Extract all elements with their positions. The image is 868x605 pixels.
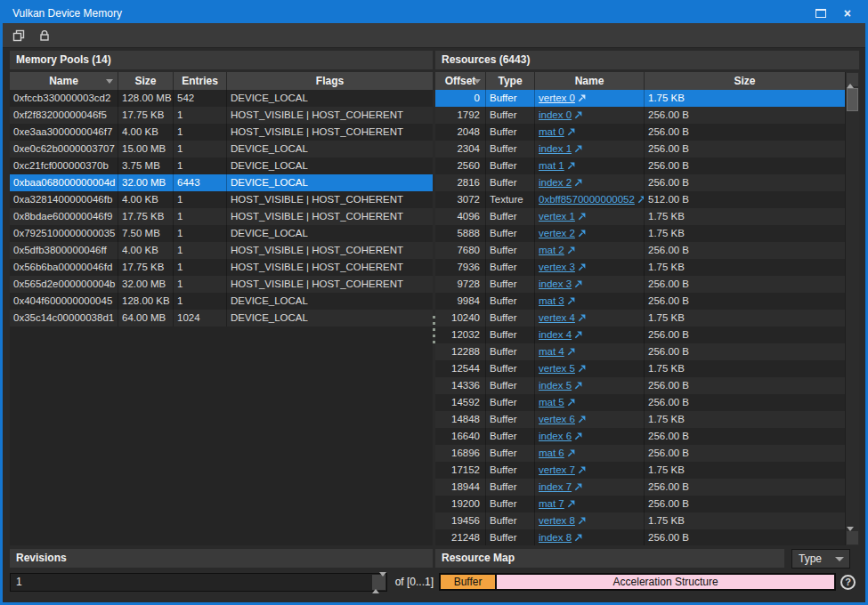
table-row[interactable]: 1792Bufferindex 0256.00 B [435, 107, 845, 124]
help-icon[interactable]: ? [840, 575, 856, 590]
scroll-down-icon[interactable] [847, 531, 858, 544]
resource-link[interactable]: index 7 [539, 481, 572, 492]
table-row[interactable]: 0x79251000000000357.50 MB1DEVICE_LOCAL [10, 225, 433, 242]
maximize-icon[interactable] [815, 9, 826, 18]
resource-link[interactable]: index 6 [539, 431, 572, 441]
title-bar[interactable]: Vulkan Device Memory × [3, 3, 865, 23]
scrollbar-thumb[interactable] [847, 88, 858, 111]
table-row[interactable]: 0x5dfb3800000046ff4.00 KB1HOST_VISIBLE |… [10, 242, 433, 259]
resource-link[interactable]: mat 7 [539, 498, 564, 509]
table-row[interactable]: 2048Buffermat 0256.00 B [435, 124, 845, 141]
window-title: Vulkan Device Memory [12, 7, 122, 20]
table-row[interactable]: 19200Buffermat 7256.00 B [435, 496, 845, 512]
table-row[interactable]: 14336Bufferindex 5256.00 B [435, 377, 845, 394]
resource-link[interactable]: vertex 3 [539, 262, 575, 272]
resource-link[interactable]: index 5 [539, 380, 572, 391]
resource-link[interactable]: mat 4 [539, 346, 564, 357]
spin-down-icon[interactable] [379, 572, 386, 589]
table-row[interactable]: 14848Buffervertex 61.75 KB [435, 411, 845, 428]
resources-grid: OffsetTypeNameSize 0Buffervertex 01.75 K… [435, 72, 845, 545]
table-row[interactable]: 0xfccb330000003cd2128.00 MB542DEVICE_LOC… [10, 90, 433, 107]
table-row[interactable]: 3072Texture0xbff8570000000052512.00 B [435, 191, 845, 208]
table-row[interactable]: 0xa3281400000046fb4.00 KB1HOST_VISIBLE |… [10, 191, 433, 208]
resource-link[interactable]: mat 6 [539, 448, 564, 458]
table-row[interactable]: 12032Bufferindex 4256.00 B [435, 327, 845, 343]
table-row[interactable]: 0xc21fcf000000370b3.75 MB1DEVICE_LOCAL [10, 157, 433, 174]
close-icon[interactable]: × [844, 9, 851, 18]
resource-link[interactable]: vertex 0 [539, 93, 575, 103]
table-row[interactable]: 16640Bufferindex 6256.00 B [435, 428, 845, 445]
revision-spinner[interactable]: 1 [10, 573, 387, 592]
resource-link[interactable]: 0xbff8570000000052 [539, 194, 635, 205]
table-row[interactable]: 4096Buffervertex 11.75 KB [435, 208, 845, 225]
table-row[interactable]: 19456Buffervertex 81.75 KB [435, 512, 845, 529]
table-row[interactable]: 18944Bufferindex 7256.00 B [435, 479, 845, 496]
resource-link[interactable]: mat 1 [539, 160, 564, 171]
table-row[interactable]: 14592Buffermat 5256.00 B [435, 394, 845, 411]
table-row[interactable]: 7936Buffervertex 31.75 KB [435, 259, 845, 276]
resource-map-bar[interactable]: BufferAcceleration Structure [439, 573, 836, 591]
column-header-offset[interactable]: Offset [435, 72, 486, 90]
new-window-icon[interactable] [12, 28, 26, 43]
resource-link[interactable]: index 0 [539, 109, 572, 120]
resource-link[interactable]: index 1 [539, 143, 572, 154]
table-row[interactable]: 9984Buffermat 3256.00 B [435, 293, 845, 310]
table-row[interactable]: 21248Bufferindex 8256.00 B [435, 529, 845, 545]
column-header-entries[interactable]: Entries [174, 72, 227, 90]
column-header-size[interactable]: Size [118, 72, 174, 90]
map-mode-dropdown[interactable]: Type [791, 549, 850, 569]
column-header-flags[interactable]: Flags [227, 72, 433, 90]
table-row[interactable]: 17152Buffervertex 71.75 KB [435, 462, 845, 479]
map-segment[interactable]: Buffer [441, 575, 497, 589]
table-row[interactable]: 9728Bufferindex 3256.00 B [435, 276, 845, 293]
cell-flags: HOST_VISIBLE | HOST_COHERENT [227, 259, 433, 276]
resource-link[interactable]: mat 5 [539, 397, 564, 407]
table-row[interactable]: 5888Buffervertex 21.75 KB [435, 225, 845, 242]
table-row[interactable]: 0xe3aa3000000046f74.00 KB1HOST_VISIBLE |… [10, 124, 433, 141]
table-row[interactable]: 0xe0c62b000000370715.00 MB1DEVICE_LOCAL [10, 141, 433, 157]
cell-type: Buffer [486, 360, 535, 377]
column-header-name[interactable]: Name [10, 72, 118, 90]
resource-link[interactable]: mat 2 [539, 245, 564, 255]
resource-link[interactable]: mat 3 [539, 295, 564, 306]
resource-link[interactable]: vertex 8 [539, 515, 575, 526]
table-row[interactable]: 0x35c14c00000038d164.00 MB1024DEVICE_LOC… [10, 310, 433, 327]
resource-link[interactable]: mat 0 [539, 126, 564, 137]
resources-scrollbar[interactable] [845, 72, 859, 545]
resource-link[interactable]: vertex 1 [539, 211, 575, 222]
table-row[interactable]: 12544Buffervertex 51.75 KB [435, 360, 845, 377]
resource-link[interactable]: vertex 4 [539, 312, 575, 323]
table-row[interactable]: 10240Buffervertex 41.75 KB [435, 310, 845, 327]
table-row[interactable]: 12288Buffermat 4256.00 B [435, 343, 845, 360]
table-row[interactable]: 0x56b6ba00000046fd17.75 KB1HOST_VISIBLE … [10, 259, 433, 276]
table-row[interactable]: 0x8bdae600000046f917.75 KB1HOST_VISIBLE … [10, 208, 433, 225]
table-row[interactable]: 0Buffervertex 01.75 KB [435, 90, 845, 107]
resource-link[interactable]: index 8 [539, 532, 572, 543]
column-header-name[interactable]: Name [535, 72, 645, 90]
table-row[interactable]: 2560Buffermat 1256.00 B [435, 157, 845, 174]
resource-link[interactable]: vertex 5 [539, 363, 575, 374]
table-row[interactable]: 7680Buffermat 2256.00 B [435, 242, 845, 259]
resource-link[interactable]: index 4 [539, 329, 572, 340]
scroll-up-icon[interactable] [847, 73, 858, 86]
resource-link[interactable]: vertex 7 [539, 464, 575, 475]
table-row[interactable]: 0xbaa068000000004d32.00 MB6443DEVICE_LOC… [10, 174, 433, 191]
resource-link[interactable]: vertex 2 [539, 228, 575, 238]
lock-icon[interactable] [37, 28, 52, 43]
table-row[interactable]: 0xf2f83200000046f517.75 KB1HOST_VISIBLE … [10, 107, 433, 124]
resource-link[interactable]: vertex 6 [539, 414, 575, 424]
spinner-buttons[interactable] [372, 575, 385, 590]
cell-entries: 1024 [174, 310, 227, 327]
column-header-size[interactable]: Size [645, 72, 845, 90]
spin-up-icon[interactable] [372, 577, 379, 593]
table-row[interactable]: 2816Bufferindex 2256.00 B [435, 174, 845, 191]
table-row[interactable]: 0x404f600000000045128.00 KB1DEVICE_LOCAL [10, 293, 433, 310]
resource-link[interactable]: index 2 [539, 177, 572, 188]
resource-link[interactable]: index 3 [539, 278, 572, 289]
table-row[interactable]: 0x565d2e000000004b32.00 MB1HOST_VISIBLE … [10, 276, 433, 293]
table-row[interactable]: 16896Buffermat 6256.00 B [435, 445, 845, 462]
cell-name: index 0 [535, 107, 645, 124]
map-segment[interactable]: Acceleration Structure [497, 575, 834, 589]
table-row[interactable]: 2304Bufferindex 1256.00 B [435, 141, 845, 157]
column-header-type[interactable]: Type [486, 72, 535, 90]
